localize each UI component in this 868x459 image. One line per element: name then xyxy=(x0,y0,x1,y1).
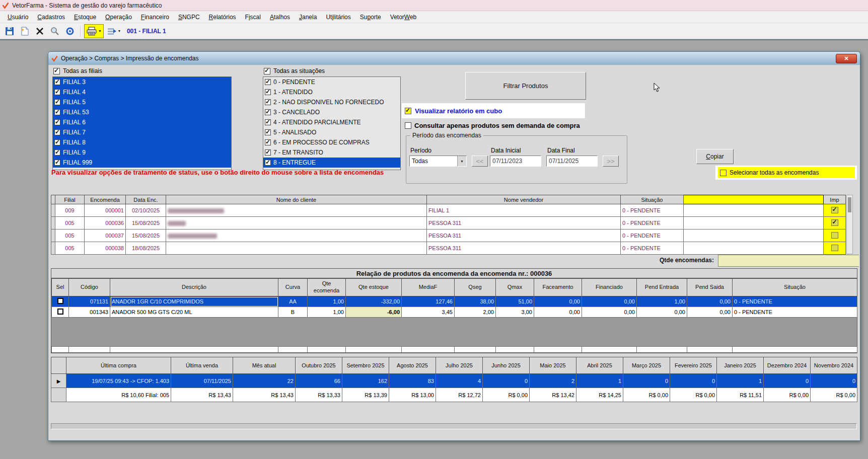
encomendas-vertical-scrollbar[interactable] xyxy=(846,195,853,254)
column-header[interactable]: Fevereiro 2025 xyxy=(670,357,717,374)
column-header[interactable]: Faceamento xyxy=(534,279,582,296)
settings-button[interactable] xyxy=(63,25,77,37)
checkbox-box[interactable] xyxy=(265,99,271,105)
filial-list-item[interactable]: FILIAL 3 xyxy=(53,77,231,87)
checkbox-box[interactable] xyxy=(54,139,60,145)
column-header[interactable]: Financiado xyxy=(582,279,637,296)
sel-checkbox[interactable] xyxy=(57,298,63,304)
column-header[interactable]: Data Enc. xyxy=(126,195,166,204)
column-header[interactable]: Julho 2025 xyxy=(436,357,483,374)
column-header[interactable]: Última venda xyxy=(171,357,233,374)
encomenda-row[interactable]: 005 000038 18/08/2025 PESSOA 311 0 - PEN… xyxy=(51,242,846,255)
column-header[interactable]: Imp xyxy=(824,195,846,204)
menu-item[interactable]: Atalhos xyxy=(265,13,295,22)
data-final-input[interactable]: 07/11/2025 xyxy=(546,156,598,167)
menu-item[interactable]: Usuário xyxy=(3,13,33,22)
column-header[interactable]: Situação xyxy=(733,279,857,296)
column-header[interactable]: Encomenda xyxy=(85,195,126,204)
column-header[interactable]: Pend Saida xyxy=(687,279,733,296)
situacao-list-item[interactable]: 3 - CANCELADO xyxy=(263,107,400,117)
situacao-list-item[interactable]: 7 - EM TRANSITO xyxy=(263,147,400,158)
column-header[interactable]: MediaF xyxy=(402,279,455,296)
combo-dropdown-arrow-icon[interactable]: ▼ xyxy=(457,156,466,166)
checkbox-box[interactable] xyxy=(53,68,60,74)
checkbox-box[interactable] xyxy=(54,119,60,125)
menu-item[interactable]: Suporte xyxy=(355,13,386,22)
situacoes-listbox[interactable]: 0 - PENDENTE 1 - ATENDIDO 2 - NAO DISPON… xyxy=(263,76,401,170)
column-header[interactable]: Nome vendedor xyxy=(427,195,621,204)
checkbox-box[interactable] xyxy=(265,89,271,95)
checkbox-box[interactable] xyxy=(265,109,271,115)
menu-item[interactable]: SNGPC xyxy=(174,13,204,22)
column-header[interactable]: Nome do cliente xyxy=(166,195,427,204)
periodo-prev-button[interactable]: << xyxy=(472,156,488,167)
situacao-list-item[interactable]: 2 - NAO DISPONIVEL NO FORNECEDO xyxy=(263,97,400,107)
filial-list-item[interactable]: FILIAL 9 xyxy=(53,147,231,158)
situacao-list-item[interactable]: 6 - EM PROCESSO DE COMPRAS xyxy=(263,137,400,147)
checkbox-box[interactable] xyxy=(54,160,60,166)
produto-row[interactable]: 001343 ANADOR 500 MG GTS C/20 ML B 1,00 … xyxy=(52,307,857,318)
column-header[interactable]: Setembro 2025 xyxy=(342,357,389,374)
column-header[interactable] xyxy=(684,195,824,204)
checkbox-box[interactable] xyxy=(265,139,271,145)
checkbox-box[interactable] xyxy=(265,79,271,85)
menu-item[interactable]: Estoque xyxy=(69,13,101,22)
filial-list-item[interactable]: FILIAL 8 xyxy=(53,137,231,147)
data-inicial-input[interactable]: 07/11/2023 xyxy=(490,156,541,167)
branch-selector-button[interactable]: ▼ xyxy=(106,25,123,37)
close-record-button[interactable] xyxy=(33,25,46,37)
encomenda-row[interactable]: 005 000036 15/08/2025 PESSOA 311 0 - PEN… xyxy=(51,217,846,230)
column-header[interactable]: Maio 2025 xyxy=(530,357,576,374)
selecionar-todas-checkbox[interactable] xyxy=(720,170,727,176)
checkbox-box[interactable] xyxy=(265,160,271,166)
menu-item[interactable]: Cadastros xyxy=(33,13,69,22)
menu-item[interactable]: Operação xyxy=(101,13,136,22)
column-header[interactable]: Agosto 2025 xyxy=(389,357,436,374)
situacao-list-item[interactable]: 1 - ATENDIDO xyxy=(263,87,400,97)
menu-item[interactable]: Financeiro xyxy=(136,13,174,22)
column-header[interactable]: Março 2025 xyxy=(623,357,670,374)
menu-item[interactable]: Utilitários xyxy=(321,13,355,22)
todas-filiais-checkbox[interactable]: Todas as filiais xyxy=(53,67,102,74)
checkbox-box[interactable] xyxy=(54,109,60,115)
sel-checkbox[interactable] xyxy=(57,309,63,315)
imp-checkbox[interactable] xyxy=(831,219,838,226)
column-header[interactable]: Pend Entrada xyxy=(637,279,687,296)
situacao-list-item[interactable]: 5 - ANALISADO xyxy=(263,127,400,137)
menu-item[interactable]: Janela xyxy=(295,13,321,22)
situacao-list-item[interactable]: 0 - PENDENTE xyxy=(263,77,400,87)
column-header[interactable]: Curva xyxy=(278,279,308,296)
todas-situacoes-checkbox[interactable]: Todas as situações xyxy=(264,67,325,74)
column-header[interactable]: Sel xyxy=(52,279,69,296)
copiar-button[interactable]: Copiar xyxy=(696,149,734,164)
filial-list-item[interactable]: FILIAL 53 xyxy=(53,107,231,117)
encomenda-row[interactable]: 009 000001 02/10/2025 FILIAL 1 0 - PENDE… xyxy=(51,204,846,217)
search-button[interactable] xyxy=(48,25,61,37)
column-header[interactable]: Qte ecomenda xyxy=(308,279,346,296)
imp-checkbox[interactable] xyxy=(831,245,838,251)
filiais-listbox[interactable]: FILIAL 3 FILIAL 4 FILIAL 5 FILIA xyxy=(52,76,232,170)
filtrar-produtos-button[interactable]: Filtrar Produtos xyxy=(465,72,586,100)
column-header[interactable]: Mês atual xyxy=(233,357,296,374)
imp-checkbox[interactable] xyxy=(831,232,838,239)
periodo-next-button[interactable]: >> xyxy=(603,156,619,167)
column-header[interactable]: Outubro 2025 xyxy=(296,357,342,374)
column-header[interactable]: Situação xyxy=(621,195,684,204)
sem-demanda-checkbox[interactable] xyxy=(405,122,411,129)
column-header[interactable]: Junho 2025 xyxy=(483,357,530,374)
menu-item[interactable]: Fiscal xyxy=(241,13,265,22)
column-header[interactable] xyxy=(51,195,55,204)
filial-list-item[interactable]: FILIAL 999 xyxy=(53,158,231,168)
save-button[interactable] xyxy=(3,25,16,37)
column-header[interactable]: Novembro 2024 xyxy=(811,357,857,374)
periodo-combobox[interactable]: Todas ▼ xyxy=(409,156,467,167)
encomenda-row[interactable]: 005 000037 15/08/2025 PESSOA 311 0 - PEN… xyxy=(51,230,846,242)
checkbox-box[interactable] xyxy=(265,149,271,156)
checkbox-box[interactable] xyxy=(265,129,271,135)
column-header[interactable]: Dezembro 2024 xyxy=(764,357,811,374)
column-header[interactable]: Qseg xyxy=(455,279,496,296)
filial-list-item[interactable]: FILIAL 4 xyxy=(53,87,231,97)
column-header[interactable]: Abril 2025 xyxy=(576,357,623,374)
column-header[interactable]: Descrição xyxy=(110,279,278,296)
situacao-list-item[interactable]: 4 - ATENDIDO PARCIALMENTE xyxy=(263,117,400,127)
